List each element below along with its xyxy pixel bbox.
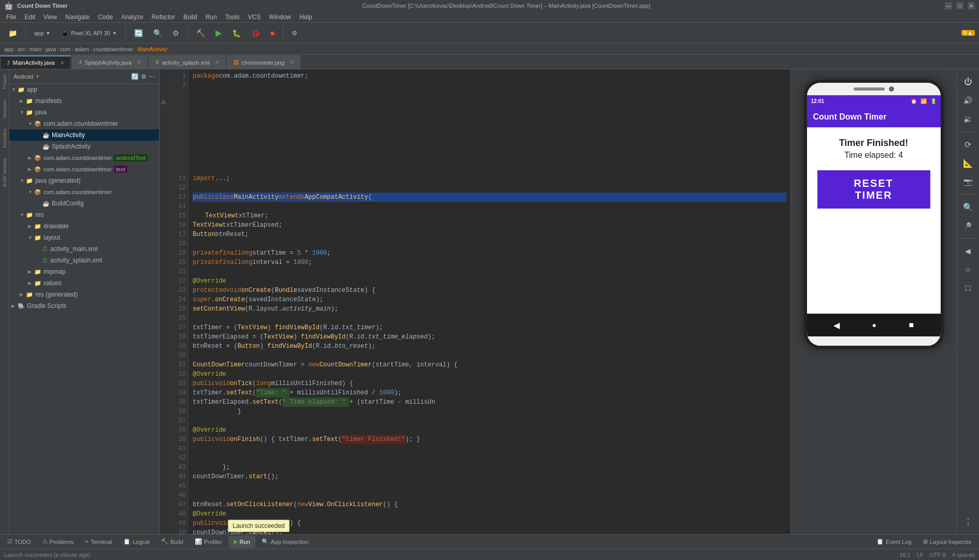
breadcrumb-item-app[interactable]: app (4, 46, 13, 52)
status-position[interactable]: 16:1 (900, 552, 911, 558)
bottom-tab-event-log[interactable]: 📋 Event Log (871, 536, 917, 548)
minimize-button[interactable]: — (945, 2, 952, 9)
tree-item-gradle[interactable]: ▶ 🐘 Gradle Scripts (9, 300, 159, 312)
code-content-area[interactable]: package com.adam.countdowntimer; import … (189, 69, 790, 534)
sidebar-more-icon[interactable]: ⋯ (149, 73, 155, 80)
status-indent[interactable]: 4 spaces (952, 552, 975, 558)
rotate-button[interactable]: ⟳ (960, 136, 976, 153)
menu-run[interactable]: Run (201, 12, 221, 22)
tree-item-activity-splash-xml[interactable]: 🗋 activity_splash.xml (9, 255, 159, 266)
menu-help[interactable]: Help (295, 12, 316, 22)
overview-btn[interactable]: □ (960, 280, 976, 297)
tree-item-java[interactable]: ▼ 📁 java (9, 107, 159, 118)
menu-vcs[interactable]: VCS (244, 12, 265, 22)
tab-splashactivity[interactable]: J SplashActivity.java ✕ (72, 55, 148, 69)
menu-file[interactable]: File (2, 12, 20, 22)
fold-button[interactable]: 📐 (960, 155, 976, 171)
breadcrumb-item-com[interactable]: com (60, 46, 71, 52)
breadcrumb-item-java[interactable]: java (46, 46, 56, 52)
menu-edit[interactable]: Edit (20, 12, 39, 22)
attach-debugger-button[interactable]: 🐞 (247, 26, 264, 40)
menu-code[interactable]: Code (94, 12, 117, 22)
side-label-favorites[interactable]: Favorites (1, 124, 8, 153)
toolbar-actions-2[interactable]: 🔍 (149, 26, 166, 40)
bottom-tab-terminal[interactable]: > Terminal (80, 536, 117, 548)
zoom-out-button[interactable]: 🔎 (960, 217, 976, 234)
breadcrumb-item-main[interactable]: main (29, 46, 41, 52)
bottom-tab-logcat[interactable]: 📋 Logcat (118, 536, 155, 548)
status-encoding[interactable]: UTF-8 (930, 552, 946, 558)
menu-analyze[interactable]: Analyze (117, 12, 148, 22)
device-selector[interactable]: 📱 Pixel XL API 30 ▼ (56, 26, 121, 40)
camera-button[interactable]: 📷 (960, 173, 976, 190)
tree-item-layout[interactable]: ▼ 📁 layout (9, 232, 159, 243)
bottom-tab-build[interactable]: 🔨 Build (156, 536, 188, 548)
side-label-structure[interactable]: Structure (1, 94, 8, 124)
tree-item-res-generated[interactable]: ▶ 📁 res (generated) (9, 289, 159, 300)
close-button[interactable]: ✕ (968, 2, 975, 9)
tree-item-app[interactable]: ▼ 📁 app (9, 84, 159, 95)
more-actions-button[interactable]: ⚙ (287, 26, 301, 40)
side-label-project[interactable]: Project (1, 69, 8, 94)
sidebar-settings-icon[interactable]: ⚙ (141, 73, 147, 80)
tree-item-activity-main-xml[interactable]: 🗋 activity_main.xml (9, 243, 159, 255)
device-home-button[interactable]: ● (872, 321, 876, 329)
menu-navigate[interactable]: Navigate (61, 12, 94, 22)
bottom-tab-todo[interactable]: ☑ TODO (2, 536, 36, 548)
tab-chronometer[interactable]: 🖼 chronometer.png ✕ (227, 55, 301, 69)
tree-item-values[interactable]: ▶ 📁 values (9, 277, 159, 289)
debug-button[interactable]: 🐛 (228, 26, 245, 40)
device-reset-button[interactable]: RESET TIMER (817, 170, 930, 209)
tree-item-mipmap[interactable]: ▶ 📁 mipmap (9, 266, 159, 277)
status-linesep[interactable]: LF (917, 552, 924, 558)
bottom-tab-app-inspection[interactable]: 🔍 App Inspection (256, 536, 314, 548)
tree-item-splashactivity[interactable]: ☕ SplashActivity (9, 141, 159, 152)
tab-close-splash[interactable]: ✕ (137, 60, 141, 65)
menu-tools[interactable]: Tools (221, 12, 244, 22)
menu-refactor[interactable]: Refactor (148, 12, 179, 22)
tab-close-xml[interactable]: ✕ (215, 60, 219, 65)
stop-button[interactable]: ■ (266, 26, 279, 40)
zoom-in-button[interactable]: 🔍 (960, 199, 976, 215)
sidebar-sync-icon[interactable]: 🔄 (131, 73, 139, 80)
home-btn[interactable]: ○ (960, 261, 976, 278)
menu-build[interactable]: Build (179, 12, 201, 22)
volume-up-button[interactable]: 🔊 (960, 92, 976, 109)
bottom-tab-profiler[interactable]: 📊 Profiler (190, 536, 227, 548)
tree-item-mainactivity[interactable]: ☕ MainActivity (9, 129, 159, 141)
run-config-selector[interactable]: app ▼ (30, 26, 54, 40)
warning-badge[interactable]: 9 ▲ (961, 30, 975, 36)
device-recents-button[interactable]: ■ (909, 320, 914, 330)
volume-down-button[interactable]: 🔉 (960, 111, 976, 127)
tree-item-android-test[interactable]: ▶ 📦 com.adam.countdowntimer androidTest (9, 152, 159, 164)
device-back-button[interactable]: ◀ (833, 320, 840, 330)
run-button[interactable]: ▶ (211, 26, 226, 40)
breadcrumb-item-active[interactable]: MainActivity (137, 46, 168, 52)
tab-mainactivity[interactable]: J MainActivity.java ✕ (0, 55, 71, 69)
tree-item-manifests[interactable]: ▶ 📁 manifests (9, 95, 159, 107)
more-device-options[interactable]: ⋮ (960, 513, 976, 530)
toolbar-actions-3[interactable]: ⚙ (168, 26, 183, 40)
breadcrumb-item-src[interactable]: src (18, 46, 25, 52)
tab-close-mainactivity[interactable]: ✕ (60, 60, 64, 66)
tree-item-test[interactable]: ▶ 📦 com.adam.countdowntimer test (9, 164, 159, 175)
tab-close-chrono[interactable]: ✕ (290, 60, 294, 65)
bottom-tab-problems[interactable]: ⚠ Problems (37, 536, 79, 548)
side-label-build-variants[interactable]: Build Variants (1, 153, 8, 192)
bottom-tab-run[interactable]: ▶ Run (228, 536, 255, 548)
breadcrumb-item-countdowntimer[interactable]: countdowntimer (93, 46, 133, 52)
tab-activity-splash-xml[interactable]: X activity_splash.xml ✕ (149, 55, 225, 69)
maximize-button[interactable]: □ (956, 2, 963, 9)
breadcrumb-item-adam[interactable]: adam (75, 46, 89, 52)
tree-item-buildconfig[interactable]: ☕ BuildConfig (9, 198, 159, 209)
toolbar-actions-1[interactable]: 🔄 (130, 26, 147, 40)
menu-view[interactable]: View (39, 12, 61, 22)
project-button[interactable]: 📁 (4, 26, 21, 40)
back-btn[interactable]: ◀ (960, 243, 976, 259)
tree-item-com-adam[interactable]: ▼ 📦 com.adam.countdowntimer (9, 118, 159, 129)
power-button[interactable]: ⏻ (960, 73, 976, 90)
menu-window[interactable]: Window (265, 12, 295, 22)
tree-item-drawable[interactable]: ▶ 📁 drawable (9, 220, 159, 232)
tree-item-java-generated[interactable]: ▼ 📁 java (generated) (9, 175, 159, 186)
make-project-button[interactable]: 🔨 (192, 26, 209, 40)
